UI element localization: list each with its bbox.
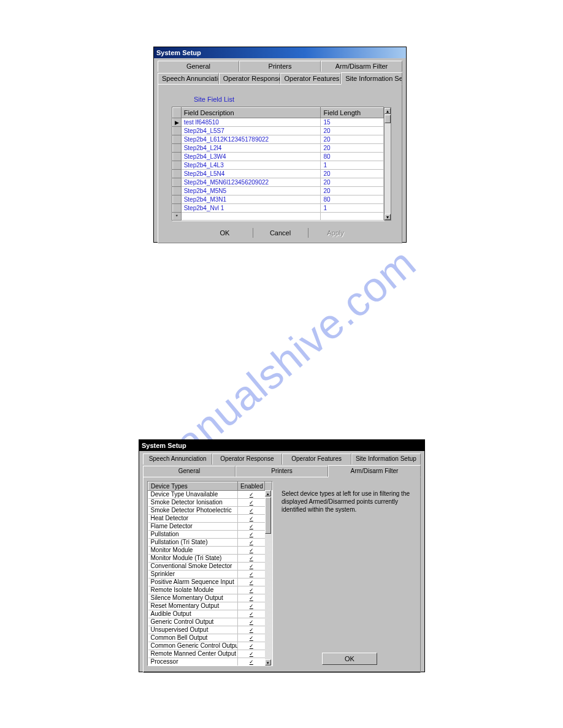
tab-speech-annunciation[interactable]: Speech Annunciation [158,73,219,84]
titlebar[interactable]: System Setup [154,47,406,58]
device-type-cell[interactable]: Pullstation (Tri State) [148,539,238,547]
tab-operator-response[interactable]: Operator Response [212,453,282,464]
enabled-checkbox[interactable]: ✓ [238,507,265,515]
field-description-cell[interactable]: Step2b4_L5N4 [181,170,321,178]
list-item[interactable]: Smoke Detector Ionisation✓ [148,499,272,507]
device-type-cell[interactable]: Common Generic Control Output [148,642,238,650]
list-item[interactable]: Conventional Smoke Detector✓ [148,563,272,571]
enabled-checkbox[interactable]: ✓ [238,594,265,602]
field-length-cell[interactable]: 20 [321,178,384,187]
tab-general[interactable]: General [158,61,239,72]
enabled-checkbox[interactable]: ✓ [238,499,265,507]
tab-operator-response[interactable]: Operator Response [219,73,280,84]
enabled-checkbox[interactable]: ✓ [238,523,265,531]
field-length-cell[interactable]: 1 [321,161,384,170]
tab-site-information-setup[interactable]: Site Information Setup [341,72,402,85]
device-type-cell[interactable]: Generic Control Output [148,618,238,626]
enabled-checkbox[interactable]: ✓ [238,642,265,650]
scroll-up-icon[interactable]: ▴ [265,490,271,496]
enabled-checkbox[interactable]: ✓ [238,650,265,658]
tab-printers[interactable]: Printers [239,61,321,72]
device-type-cell[interactable]: Heat Detector [148,515,238,523]
field-description-cell[interactable]: Step2b4_L4L3 [181,161,321,170]
device-type-cell[interactable]: Processor [148,658,238,666]
tab-arm-disarm-filter[interactable]: Arm/Disarm Filter [328,465,421,477]
device-type-cell[interactable]: Common Bell Output [148,634,238,642]
list-item[interactable]: Monitor Module (Tri State)✓ [148,555,272,563]
list-item[interactable]: Smoke Detector Photoelectric✓ [148,507,272,515]
enabled-checkbox[interactable]: ✓ [238,515,265,523]
device-type-cell[interactable]: Remote Isolate Module [148,586,238,594]
field-length-cell[interactable]: 20 [321,170,384,178]
table-row[interactable]: Step2b4_L2l420 [173,144,384,153]
field-length-cell[interactable]: 20 [321,144,384,153]
tab-arm-disarm-filter[interactable]: Arm/Disarm Filter [321,61,402,72]
enabled-checkbox[interactable]: ✓ [238,555,265,563]
device-type-cell[interactable]: Positive Alarm Sequence Input [148,578,238,586]
list-item[interactable]: Device Type Unavailable✓ [148,491,272,499]
device-type-cell[interactable]: Smoke Detector Photoelectric [148,507,238,515]
list-item[interactable]: Pullstation (Tri State)✓ [148,539,272,547]
list-item[interactable]: Monitor Module✓ [148,547,272,555]
table-row[interactable]: Step2b4_M5N520 [173,187,384,195]
ok-button[interactable]: OK [197,228,253,238]
list-item[interactable]: Sprinkler✓ [148,571,272,578]
list-item[interactable]: Reset Momentary Output✓ [148,602,272,610]
tab-site-information-setup[interactable]: Site Information Setup [351,453,421,464]
field-description-cell[interactable]: test lf648510 [181,118,321,127]
enabled-checkbox[interactable]: ✓ [238,531,265,539]
ok-button[interactable]: OK [322,653,377,665]
table-row[interactable]: Step2b4_L5S720 [173,127,384,135]
field-description-cell[interactable]: Step2b4_M5N5 [181,187,321,195]
tab-speech-annunciation[interactable]: Speech Annunciation [143,453,212,464]
col-field-length[interactable]: Field Length [321,108,384,118]
col-enabled[interactable]: Enabled [238,482,265,491]
table-row[interactable]: ▶test lf64851015 [173,118,384,127]
field-length-cell[interactable] [321,213,384,221]
enabled-checkbox[interactable]: ✓ [238,578,265,586]
tab-printers[interactable]: Printers [236,466,328,477]
enabled-checkbox[interactable]: ✓ [238,563,265,571]
enabled-checkbox[interactable]: ✓ [238,618,265,626]
list-item[interactable]: Common Bell Output✓ [148,634,272,642]
enabled-checkbox[interactable]: ✓ [238,586,265,594]
field-description-cell[interactable]: Step2b4_Nvl 1 [181,204,321,213]
list-item[interactable]: Processor✓ [148,658,272,666]
field-description-cell[interactable]: Step2b4_L5S7 [181,127,321,135]
device-type-cell[interactable]: Smoke Detector Ionisation [148,499,238,507]
device-type-cell[interactable]: Monitor Module [148,547,238,555]
tab-operator-features[interactable]: Operator Features [280,73,342,84]
cancel-button[interactable]: Cancel [253,228,308,238]
enabled-checkbox[interactable]: ✓ [238,634,265,642]
table-row[interactable]: * [173,213,384,221]
table-row[interactable]: Step2b4_L612K12345178902220 [173,135,384,144]
list-item[interactable]: Unsupervised Output✓ [148,626,272,634]
table-row[interactable]: Step2b4_M3N180 [173,195,384,204]
list-item[interactable]: Generic Control Output✓ [148,618,272,626]
table-row[interactable]: Step2b4_Nvl 11 [173,204,384,213]
device-type-cell[interactable]: Flame Detector [148,523,238,531]
field-description-cell[interactable]: Step2b4_L3W4 [181,153,321,161]
field-description-cell[interactable]: Step2b4_M3N1 [181,195,321,204]
device-type-cell[interactable]: Conventional Smoke Detector [148,563,238,571]
field-length-cell[interactable]: 20 [321,135,384,144]
enabled-checkbox[interactable]: ✓ [238,571,265,578]
enabled-checkbox[interactable]: ✓ [238,602,265,610]
scroll-up-icon[interactable]: ▴ [385,108,391,114]
enabled-checkbox[interactable]: ✓ [238,539,265,547]
device-type-cell[interactable]: Loop [148,666,238,667]
table-row[interactable]: Step2b4_L3W480 [173,153,384,161]
grid-vscrollbar[interactable]: ▴ ▾ [384,107,391,221]
enabled-checkbox[interactable]: ✓ [238,666,265,667]
enabled-checkbox[interactable]: ✓ [238,610,265,618]
scroll-thumb[interactable] [385,115,391,123]
device-type-cell[interactable]: Reset Momentary Output [148,602,238,610]
table-row[interactable]: Step2b4_L5N420 [173,170,384,178]
list-item[interactable]: Silence Momentary Output✓ [148,594,272,602]
table-row[interactable]: Step2b4_L4L31 [173,161,384,170]
tab-operator-features[interactable]: Operator Features [282,453,351,464]
enabled-checkbox[interactable]: ✓ [238,626,265,634]
enabled-checkbox[interactable]: ✓ [238,547,265,555]
device-type-cell[interactable]: Sprinkler [148,571,238,578]
col-field-description[interactable]: Field Description [181,108,321,118]
